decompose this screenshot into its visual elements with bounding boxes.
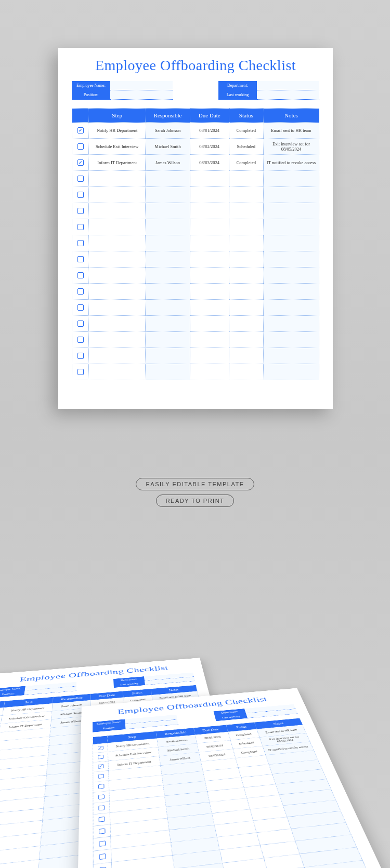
checklist-table: Step Responsible Due Date Status Notes N… [72, 108, 319, 380]
last-working-day-input[interactable] [257, 90, 319, 100]
cell-status: Completed [229, 155, 263, 171]
cell-status [229, 187, 263, 203]
cell-notes [263, 300, 319, 316]
cell-notes [263, 219, 319, 235]
cell-step: Inform IT Department [89, 155, 146, 171]
cell-notes [263, 171, 319, 187]
employee-name-label: Employee Name: [72, 81, 110, 90]
cell-step [89, 235, 146, 251]
table-row [72, 348, 319, 364]
row-checkbox [98, 755, 103, 759]
row-checkbox[interactable] [77, 256, 84, 262]
cell-responsible [146, 284, 190, 300]
row-checkbox[interactable] [77, 304, 84, 311]
cell-due_date [190, 171, 229, 187]
row-checkbox[interactable] [77, 159, 84, 166]
row-checkbox [98, 829, 105, 834]
cell-step [89, 364, 146, 380]
row-checkbox[interactable] [77, 224, 84, 230]
table-row [72, 364, 319, 380]
cell-status: Scheduled [229, 139, 263, 155]
cell-responsible [146, 187, 190, 203]
header-fields: Employee Name: Position: Department: Las… [72, 81, 319, 100]
row-checkbox[interactable] [77, 288, 84, 295]
row-checkbox[interactable] [77, 143, 84, 150]
cell-responsible [146, 203, 190, 219]
cell-step [89, 171, 146, 187]
row-checkbox[interactable] [77, 208, 84, 214]
table-row: Inform IT DepartmentJames Wilson08/03/20… [72, 155, 319, 171]
row-checkbox[interactable] [77, 337, 84, 343]
table-header-row: Step Responsible Due Date Status Notes [72, 109, 319, 123]
cell-responsible [146, 348, 190, 364]
badges-container: EASILY EDITABLE TEMPLATE READY TO PRINT [0, 476, 390, 509]
row-checkbox[interactable] [77, 127, 84, 133]
cell-responsible [146, 300, 190, 316]
cell-step [89, 219, 146, 235]
last-working-day-label: Last working day: [218, 90, 257, 100]
step-header: Step [89, 109, 146, 123]
cell-status [229, 219, 263, 235]
row-checkbox[interactable] [77, 353, 84, 359]
department-label: Department: [218, 81, 257, 90]
row-checkbox [99, 840, 106, 847]
table-row [72, 235, 319, 251]
cell-step [89, 251, 146, 268]
cell-notes: IT notified to revoke access [263, 155, 319, 171]
cell-due_date [190, 332, 229, 348]
cell-step [89, 187, 146, 203]
cell-notes [263, 251, 319, 268]
cell-status [229, 364, 263, 380]
cell-responsible [146, 235, 190, 251]
table-row [72, 187, 319, 203]
cell-responsible [146, 316, 190, 332]
table-row: Schedule Exit InterviewMichael Smith08/0… [72, 139, 319, 155]
cell-status [229, 203, 263, 219]
row-checkbox[interactable] [77, 192, 84, 198]
table-row [72, 300, 319, 316]
department-input[interactable] [257, 81, 319, 90]
row-checkbox[interactable] [77, 272, 84, 278]
cell-status [229, 284, 263, 300]
row-checkbox[interactable] [77, 369, 84, 375]
cell-notes [263, 284, 319, 300]
cell-due_date [190, 268, 229, 284]
cell-due_date [190, 235, 229, 251]
cell-due_date [190, 300, 229, 316]
table-body: Notify HR DepartmentSarah Johnson08/01/2… [72, 123, 319, 380]
cell-notes [263, 332, 319, 348]
cell-notes [263, 364, 319, 380]
cell-step: Schedule Exit Interview [89, 139, 146, 155]
cell-notes [263, 268, 319, 284]
employee-name-input[interactable] [110, 81, 173, 90]
cell-notes [263, 203, 319, 219]
editable-badge: EASILY EDITABLE TEMPLATE [136, 478, 254, 490]
row-checkbox [99, 853, 106, 860]
cell-notes [263, 316, 319, 332]
position-input[interactable] [110, 90, 173, 100]
cell-responsible [146, 268, 190, 284]
cell-status [229, 268, 263, 284]
due-date-header: Due Date [190, 109, 229, 123]
field-group-right: Department: Last working day: [218, 81, 319, 100]
cell-step [89, 348, 146, 364]
table-row [72, 219, 319, 235]
table-row [72, 316, 319, 332]
cell-step [89, 268, 146, 284]
cell-notes: Email sent to HR team [263, 123, 319, 139]
row-checkbox[interactable] [77, 321, 84, 327]
row-checkbox [98, 794, 105, 799]
cell-due_date [190, 348, 229, 364]
cell-due_date: 08/03/2024 [190, 155, 229, 171]
print-badge: READY TO PRINT [156, 495, 235, 507]
employee-name-field: Employee Name: [72, 81, 173, 90]
row-checkbox [98, 764, 103, 769]
row-checkbox [98, 817, 105, 822]
mockup-page-front: Employee Offboarding Checklist Employee … [75, 688, 390, 868]
row-checkbox[interactable] [77, 240, 84, 246]
cell-due_date [190, 187, 229, 203]
cell-notes [263, 348, 319, 364]
department-field: Department: [218, 81, 319, 90]
row-checkbox [98, 805, 105, 810]
row-checkbox[interactable] [77, 176, 84, 182]
